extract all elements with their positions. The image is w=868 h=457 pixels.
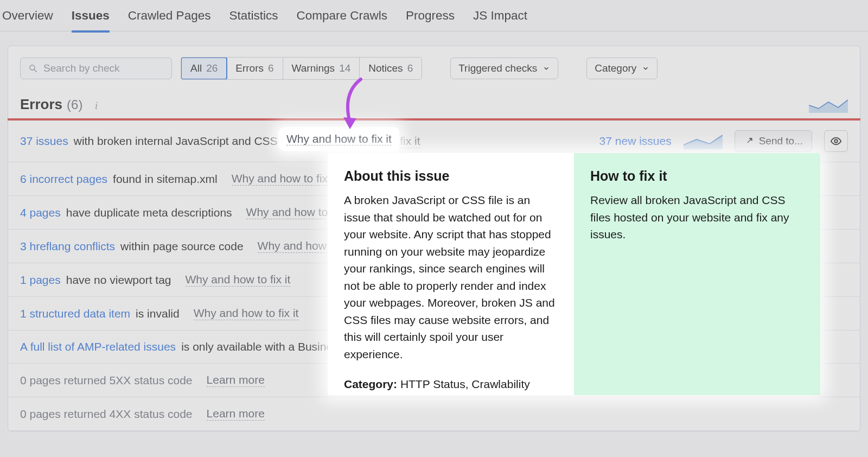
triggered-checks-label: Triggered checks: [458, 62, 537, 74]
eye-icon: [830, 135, 842, 147]
tab-overview[interactable]: Overview: [2, 9, 53, 30]
issue-desc: found in sitemap.xml: [113, 173, 218, 186]
filter-all[interactable]: All 26: [181, 57, 227, 80]
svg-marker-5: [343, 117, 356, 129]
issue-count-link[interactable]: A full list of AMP-related issues: [20, 340, 176, 353]
fix-column: How to fix it Review all broken JavaScri…: [574, 153, 820, 395]
issue-row: 0 pages returned 4XX status code Learn m…: [8, 397, 860, 431]
send-to-button[interactable]: Send to...: [735, 130, 812, 152]
tab-statistics[interactable]: Statistics: [229, 9, 278, 30]
filter-all-label: All: [190, 62, 202, 74]
filter-segmented: All 26 Errors 6 Warnings 14 Notices 6: [181, 57, 422, 80]
why-fix-link[interactable]: Why and how to fix it: [232, 172, 337, 186]
category-line: Category: HTTP Status, Crawlability: [344, 376, 558, 393]
tabs-bar: Overview Issues Crawled Pages Statistics…: [0, 0, 868, 31]
issue-desc: have duplicate meta descriptions: [66, 206, 232, 219]
highlighted-why-fix-text: Why and how to fix it: [286, 132, 392, 145]
filter-errors[interactable]: Errors 6: [227, 58, 283, 79]
zero-issue-text: 0 pages returned 5XX status code: [20, 374, 193, 387]
filter-errors-label: Errors: [235, 62, 264, 74]
category-value: HTTP Status, Crawlability: [400, 378, 530, 390]
category-label: Category:: [344, 378, 397, 390]
about-body: A broken JavaScript or CSS file is an is…: [344, 192, 558, 363]
tab-js-impact[interactable]: JS Impact: [473, 9, 527, 30]
share-icon: [744, 136, 754, 146]
category-label: Category: [595, 62, 636, 74]
search-placeholder: Search by check: [43, 62, 119, 74]
search-input[interactable]: Search by check: [20, 58, 172, 79]
zero-issue-text: 0 pages returned 4XX status code: [20, 408, 193, 421]
issue-desc: have no viewport tag: [66, 274, 171, 287]
filter-warnings-count: 14: [339, 62, 350, 74]
issue-count-link[interactable]: 3 hreflang conflicts: [20, 240, 115, 253]
filter-warnings[interactable]: Warnings 14: [283, 58, 360, 79]
sparkline-icon: [684, 133, 723, 149]
svg-point-4: [834, 139, 838, 143]
learn-more-link[interactable]: Learn more: [207, 407, 265, 421]
why-fix-link[interactable]: Why and how to fix it: [194, 307, 299, 320]
tab-compare-crawls[interactable]: Compare Crawls: [296, 9, 387, 30]
triggered-checks-dropdown[interactable]: Triggered checks: [450, 58, 558, 79]
issue-desc: with broken internal JavaScript and CSS …: [74, 135, 301, 148]
filter-notices-label: Notices: [368, 62, 403, 74]
why-fix-link[interactable]: Why and how to fix it: [186, 273, 291, 287]
section-count: (6): [67, 97, 82, 112]
about-heading: About this issue: [344, 168, 558, 184]
arrow-icon: [339, 77, 372, 131]
section-header-errors: Errors (6) i: [8, 80, 860, 118]
filter-errors-count: 6: [268, 62, 274, 74]
issue-desc: within page source code: [120, 240, 243, 253]
section-title: Errors: [20, 96, 62, 113]
issue-desc: is invalid: [136, 307, 180, 320]
issue-count-link[interactable]: 37 issues: [20, 135, 68, 148]
toolbar: Search by check All 26 Errors 6 Warnings…: [8, 46, 860, 80]
filter-all-count: 26: [206, 62, 218, 74]
tab-crawled-pages[interactable]: Crawled Pages: [128, 9, 211, 30]
chevron-down-icon: [542, 65, 550, 72]
tab-issues[interactable]: Issues: [72, 9, 110, 33]
svg-line-1: [34, 69, 37, 72]
new-issues-link[interactable]: 37 new issues: [599, 135, 672, 148]
issue-count-link[interactable]: 6 incorrect pages: [20, 173, 107, 186]
fix-body: Review all broken JavaScript and CSS fil…: [590, 192, 804, 243]
issue-count-link[interactable]: 1 pages: [20, 274, 61, 287]
info-icon[interactable]: i: [90, 100, 102, 112]
hide-button[interactable]: [824, 130, 848, 152]
send-to-label: Send to...: [759, 135, 803, 147]
learn-more-link[interactable]: Learn more: [207, 373, 265, 387]
svg-point-0: [30, 65, 35, 70]
issue-count-link[interactable]: 4 pages: [20, 206, 61, 219]
issue-tooltip: About this issue A broken JavaScript or …: [328, 153, 820, 395]
filter-notices[interactable]: Notices 6: [360, 58, 422, 79]
search-icon: [28, 64, 38, 73]
issue-count-link[interactable]: 1 structured data item: [20, 307, 130, 320]
tab-progress[interactable]: Progress: [406, 9, 455, 30]
filter-notices-count: 6: [407, 62, 413, 74]
category-dropdown[interactable]: Category: [586, 58, 658, 79]
chevron-down-icon: [642, 65, 649, 72]
about-column: About this issue A broken JavaScript or …: [328, 153, 574, 395]
fix-heading: How to fix it: [590, 168, 804, 184]
filter-warnings-label: Warnings: [292, 62, 335, 74]
sparkline-icon: [809, 97, 848, 113]
